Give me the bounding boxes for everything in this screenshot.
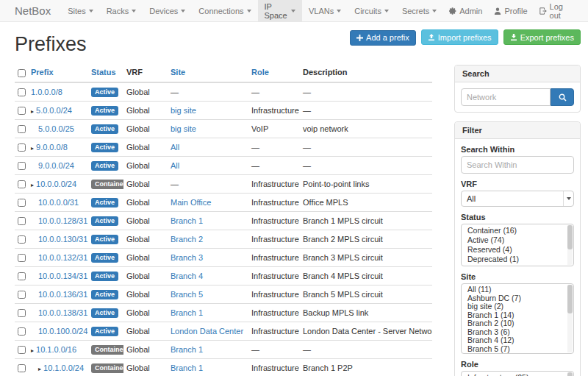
nav-item[interactable]: IP Space — [258, 0, 302, 21]
search-within-input[interactable] — [461, 156, 574, 174]
row-checkbox[interactable] — [18, 217, 26, 225]
row-checkbox[interactable] — [18, 88, 26, 96]
nav-item[interactable]: Devices — [143, 0, 192, 21]
prefix-link[interactable]: 10.0.0.130/31 — [38, 235, 87, 244]
sort-site-header[interactable]: Site — [171, 68, 185, 77]
scrollbar-track[interactable] — [567, 372, 573, 376]
add-prefix-button[interactable]: Add a prefix — [350, 30, 416, 46]
nav-item[interactable]: VLANs — [302, 0, 348, 21]
site-link[interactable]: Branch 4 — [171, 272, 203, 280]
site-option[interactable]: COLO-1-2A (2) — [462, 353, 573, 354]
site-link[interactable]: big site — [171, 124, 196, 133]
nav-item[interactable]: Secrets — [395, 0, 443, 21]
site-link[interactable]: Main Office — [171, 198, 211, 207]
expand-arrow-icon: ▸ — [31, 347, 34, 354]
prefix-link[interactable]: 1.0.0.0/8 — [31, 88, 62, 96]
row-checkbox[interactable] — [18, 254, 26, 262]
prefix-link[interactable]: 10.0.0.138/31 — [38, 308, 87, 317]
sort-status-header[interactable]: Status — [91, 68, 116, 77]
nav-item[interactable]: Racks — [100, 0, 143, 21]
row-checkbox[interactable] — [18, 107, 26, 115]
status-option[interactable]: Reserved (4) — [462, 245, 573, 255]
prefix-link[interactable]: 10.0.0.128/31 — [38, 216, 87, 225]
table-row: 10.0.100.0/24 Active Global London Data … — [15, 322, 432, 340]
status-badge: Container — [91, 345, 123, 355]
vrf-select[interactable]: All — [461, 191, 574, 207]
row-checkbox[interactable] — [18, 125, 26, 133]
prefix-link[interactable]: 10.1.0.0/16 — [36, 345, 76, 354]
row-checkbox[interactable] — [18, 180, 26, 188]
nav-item[interactable]: Circuits — [348, 0, 395, 21]
sort-prefix-header[interactable]: Prefix — [31, 68, 54, 77]
scrollbar-track[interactable] — [567, 285, 573, 352]
site-option[interactable]: Branch 2 (10) — [462, 319, 573, 328]
site-option[interactable]: Branch 4 (12) — [462, 336, 573, 345]
role-option[interactable]: Infrastructure (25) — [462, 373, 573, 376]
filter-panel: Filter Search Within VRF All Status Cont… — [454, 121, 581, 376]
export-prefixes-button[interactable]: Export prefixes — [503, 29, 581, 45]
role-cell: Infrastructure — [248, 211, 300, 230]
row-checkbox[interactable] — [18, 272, 26, 280]
admin-link[interactable]: Admin — [443, 0, 488, 21]
row-checkbox[interactable] — [18, 162, 26, 170]
prefix-link[interactable]: 10.0.0.0/31 — [38, 198, 79, 207]
nav-item[interactable]: Connections — [192, 0, 257, 21]
prefix-link[interactable]: 9.0.0.0/24 — [38, 161, 74, 170]
row-checkbox[interactable] — [18, 199, 26, 207]
site-empty: — — [171, 180, 179, 188]
prefix-link[interactable]: 10.0.100.0/24 — [38, 327, 87, 336]
brand-link[interactable]: NetBox — [15, 0, 51, 21]
site-link[interactable]: London Data Center — [171, 327, 243, 336]
row-checkbox[interactable] — [18, 309, 26, 317]
scrollbar-thumb[interactable] — [567, 372, 573, 376]
prefix-link[interactable]: 10.1.0.0/24 — [43, 363, 84, 372]
search-input[interactable] — [461, 88, 551, 106]
table-row: 5.0.0.0/25 Active Global big site VoIP v… — [15, 119, 432, 138]
status-option[interactable]: Deprecated (1) — [462, 255, 573, 264]
import-prefixes-button[interactable]: Import prefixes — [421, 29, 498, 45]
nav-item[interactable]: Sites — [61, 0, 99, 21]
description-cell: Branch 4 MPLS circuit — [300, 266, 432, 285]
role-cell: Infrastructure — [248, 285, 300, 303]
prefix-link[interactable]: 9.0.0.0/8 — [36, 143, 68, 152]
row-checkbox[interactable] — [18, 346, 26, 354]
prefix-link[interactable]: 5.0.0.0/24 — [36, 106, 72, 115]
site-link[interactable]: Branch 1 — [171, 308, 203, 317]
profile-link[interactable]: Profile — [488, 0, 533, 21]
prefix-link[interactable]: 10.0.0.134/31 — [38, 272, 87, 280]
row-checkbox[interactable] — [18, 327, 26, 336]
site-option[interactable]: All (11) — [462, 285, 573, 294]
site-link[interactable]: Branch 5 — [171, 290, 203, 299]
scrollbar-track[interactable] — [567, 225, 573, 265]
row-checkbox[interactable] — [18, 364, 26, 372]
role-cell: Infrastructure — [248, 248, 300, 266]
status-badge: Active — [91, 124, 118, 134]
prefix-link[interactable]: 10.0.0.0/24 — [36, 180, 76, 188]
site-link[interactable]: big site — [171, 106, 196, 115]
expand-arrow-icon: ▸ — [38, 366, 41, 372]
logout-link[interactable]: Log out — [534, 0, 579, 21]
select-all-checkbox[interactable] — [18, 69, 26, 77]
scrollbar-thumb[interactable] — [567, 225, 573, 249]
site-link[interactable]: Branch 1 — [171, 216, 203, 225]
site-option[interactable]: big site (2) — [462, 302, 573, 311]
site-link[interactable]: Branch 3 — [171, 253, 203, 262]
site-link[interactable]: All — [171, 143, 179, 152]
row-checkbox[interactable] — [18, 143, 26, 152]
vrf-cell: Global — [123, 193, 168, 211]
site-link[interactable]: Branch 1 — [171, 345, 203, 354]
scrollbar-thumb[interactable] — [567, 285, 573, 313]
description-cell: Office MPLS — [300, 193, 432, 211]
search-button[interactable] — [551, 88, 574, 106]
row-checkbox[interactable] — [18, 235, 26, 244]
site-link[interactable]: All — [171, 161, 179, 170]
site-link[interactable]: Branch 1 — [171, 363, 203, 372]
status-option[interactable]: Container (16) — [462, 226, 573, 235]
status-option[interactable]: Active (74) — [462, 235, 573, 245]
prefix-link[interactable]: 10.0.0.132/31 — [38, 253, 87, 262]
prefix-link[interactable]: 5.0.0.0/25 — [38, 124, 74, 133]
site-link[interactable]: Branch 2 — [171, 235, 203, 244]
row-checkbox[interactable] — [18, 291, 26, 299]
sort-role-header[interactable]: Role — [251, 68, 269, 77]
prefix-link[interactable]: 10.0.0.136/31 — [38, 290, 87, 299]
